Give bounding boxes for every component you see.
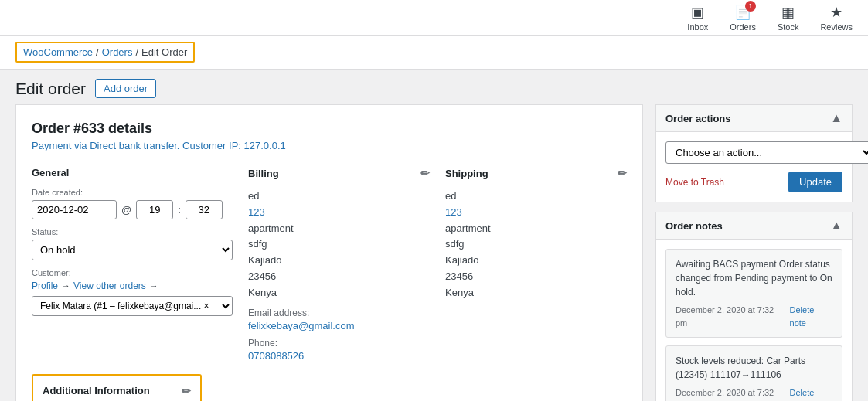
- arrow1: →: [61, 280, 70, 291]
- topbar: ▣ Inbox 📄 1 Orders ▦ Stock ★ Reviews: [0, 0, 868, 36]
- action-row: Choose an action... Email invoice / orde…: [665, 141, 842, 164]
- update-button[interactable]: Update: [788, 172, 842, 192]
- order-title: Order #633 details: [32, 121, 627, 137]
- delete-note-1[interactable]: Delete note: [790, 386, 832, 401]
- order-notes-toggle[interactable]: ▲: [830, 219, 842, 233]
- shipping-line-0: ed: [445, 189, 627, 205]
- profile-link[interactable]: Profile: [32, 280, 58, 291]
- billing-line-5: 23456: [248, 269, 430, 285]
- status-select[interactable]: On hold Pending payment Processing Compl…: [32, 240, 233, 260]
- customer-label: Customer:: [32, 268, 233, 277]
- shipping-line-6: Kenya: [445, 285, 627, 301]
- breadcrumb-sep1: /: [96, 46, 99, 58]
- additional-info-box: Additional Information ✏ Text Field: qwe…: [32, 374, 202, 401]
- right-panel: Order actions ▲ Choose an action... Emai…: [655, 104, 853, 401]
- orders-icon: 📄 1: [734, 4, 751, 21]
- breadcrumb-sep2: /: [135, 46, 138, 58]
- inbox-icon: ▣: [691, 4, 704, 21]
- stock-icon: ▦: [781, 4, 795, 21]
- order-subtitle: Payment via Direct bank transfer. Custom…: [32, 140, 627, 151]
- order-notes-content: Awaiting BACS payment Order status chang…: [656, 240, 852, 401]
- date-input[interactable]: [32, 200, 117, 219]
- order-actions-box: Order actions ▲ Choose an action... Emai…: [655, 104, 853, 202]
- billing-header: Billing ✏: [248, 167, 430, 179]
- email-label: Email address:: [248, 308, 430, 318]
- breadcrumb-orders[interactable]: Orders: [102, 46, 133, 58]
- billing-address: ed 123 apartment sdfg Kajiado 23456 Keny…: [248, 189, 430, 301]
- breadcrumb-bar: WooCommerce / Orders / Edit Order: [0, 36, 868, 70]
- topbar-inbox-label: Inbox: [687, 22, 708, 32]
- delete-note-0[interactable]: Delete note: [790, 304, 832, 329]
- note-meta-0: December 2, 2020 at 7:32 pm Delete note: [676, 304, 832, 329]
- topbar-inbox[interactable]: ▣ Inbox: [687, 4, 708, 32]
- reviews-icon: ★: [830, 4, 842, 21]
- action-footer: Move to Trash Update: [665, 172, 842, 192]
- note-text-1: Stock levels reduced: Car Parts (12345) …: [676, 355, 805, 380]
- note-item-0: Awaiting BACS payment Order status chang…: [665, 249, 842, 338]
- topbar-orders-label: Orders: [730, 22, 756, 32]
- topbar-stock-label: Stock: [778, 22, 799, 32]
- billing-line-3: sdfg: [248, 236, 430, 253]
- general-header: General: [32, 167, 233, 178]
- topbar-reviews[interactable]: ★ Reviews: [820, 4, 853, 32]
- billing-line-0: ed: [248, 189, 430, 205]
- additional-info-edit-icon[interactable]: ✏: [182, 385, 191, 397]
- order-notes-box: Order notes ▲ Awaiting BACS payment Orde…: [655, 212, 853, 401]
- main-layout: Order #633 details Payment via Direct ba…: [0, 104, 868, 401]
- billing-line-6: Kenya: [248, 285, 430, 301]
- action-select[interactable]: Choose an action... Email invoice / orde…: [665, 141, 868, 164]
- time-sep: :: [178, 204, 181, 216]
- general-section: General Date created: @ : Status: On hol…: [32, 167, 233, 362]
- topbar-orders[interactable]: 📄 1 Orders: [730, 4, 756, 32]
- add-order-button[interactable]: Add order: [95, 79, 156, 98]
- topbar-nav: ▣ Inbox 📄 1 Orders ▦ Stock ★ Reviews: [687, 4, 853, 32]
- billing-line-2: apartment: [248, 221, 430, 237]
- hour-input[interactable]: [136, 200, 173, 219]
- view-other-orders-link[interactable]: View other orders: [73, 280, 146, 291]
- shipping-line-4: Kajiado: [445, 253, 627, 269]
- order-notes-title: Order notes: [665, 220, 723, 232]
- shipping-line-5: 23456: [445, 269, 627, 285]
- customer-select[interactable]: Felix Matara (#1 – felixkebaya@gmai... ×: [32, 296, 233, 316]
- arrow2: →: [149, 280, 158, 291]
- order-actions-toggle[interactable]: ▲: [830, 111, 842, 125]
- shipping-header: Shipping ✏: [445, 167, 627, 179]
- billing-section: Billing ✏ ed 123 apartment sdfg Kajiado …: [248, 167, 430, 362]
- shipping-line-3: sdfg: [445, 236, 627, 253]
- additional-info-label: Additional Information: [43, 385, 150, 396]
- billing-phone[interactable]: 0708088526: [248, 350, 304, 362]
- billing-edit-icon[interactable]: ✏: [420, 167, 430, 179]
- billing-label: Billing: [248, 168, 279, 179]
- shipping-line-1: 123: [445, 205, 627, 221]
- billing-line-1: 123: [248, 205, 430, 221]
- additional-info-title: Additional Information ✏: [43, 385, 191, 397]
- breadcrumb: WooCommerce / Orders / Edit Order: [15, 42, 195, 63]
- breadcrumb-current: Edit Order: [141, 46, 187, 58]
- billing-email[interactable]: felixkebaya@gmail.com: [248, 320, 354, 331]
- note-item-1: Stock levels reduced: Car Parts (12345) …: [665, 345, 842, 401]
- move-to-trash-link[interactable]: Move to Trash: [665, 177, 724, 188]
- shipping-label: Shipping: [445, 168, 488, 179]
- page-title: Edit order: [15, 80, 86, 98]
- status-label: Status:: [32, 227, 233, 236]
- at-symbol: @: [121, 204, 131, 216]
- phone-label: Phone:: [248, 338, 430, 348]
- orders-badge: 1: [745, 1, 756, 12]
- order-actions-header: Order actions ▲: [656, 105, 852, 132]
- shipping-line-2: apartment: [445, 221, 627, 237]
- shipping-edit-icon[interactable]: ✏: [618, 167, 627, 179]
- left-panel: Order #633 details Payment via Direct ba…: [15, 104, 643, 401]
- note-date-0: December 2, 2020 at 7:32 pm: [676, 304, 787, 329]
- topbar-stock[interactable]: ▦ Stock: [778, 4, 799, 32]
- order-actions-content: Choose an action... Email invoice / orde…: [656, 132, 852, 202]
- date-row: @ :: [32, 200, 233, 219]
- note-text-0: Awaiting BACS payment Order status chang…: [676, 259, 832, 297]
- minute-input[interactable]: [186, 200, 223, 219]
- page-header: Edit order Add order: [0, 70, 868, 104]
- note-date-1: December 2, 2020 at 7:32 pm: [676, 386, 787, 401]
- shipping-section: Shipping ✏ ed 123 apartment sdfg Kajiado…: [445, 167, 627, 362]
- shipping-address: ed 123 apartment sdfg Kajiado 23456 Keny…: [445, 189, 627, 301]
- breadcrumb-woocommerce[interactable]: WooCommerce: [23, 46, 93, 58]
- note-meta-1: December 2, 2020 at 7:32 pm Delete note: [676, 386, 832, 401]
- customer-links: Profile → View other orders →: [32, 280, 233, 291]
